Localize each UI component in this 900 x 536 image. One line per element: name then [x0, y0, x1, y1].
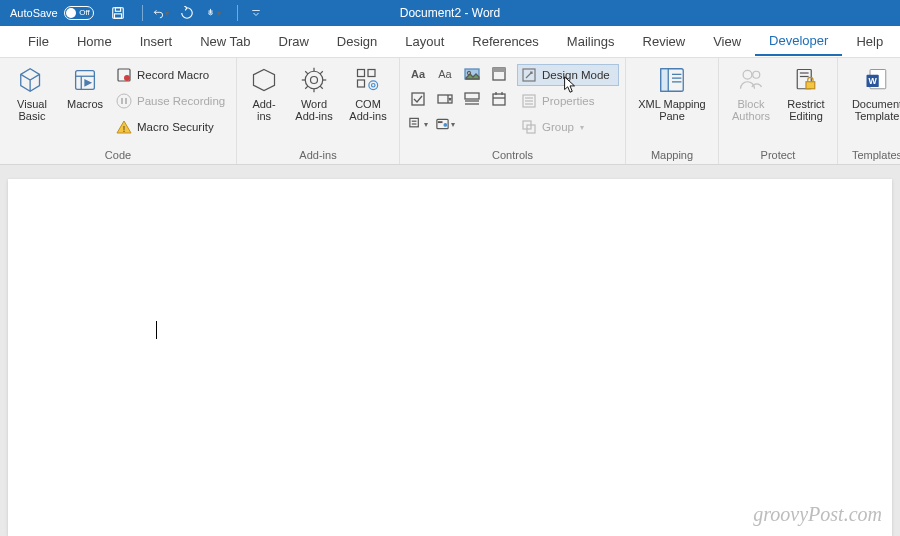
svg-point-30 — [372, 84, 376, 88]
document-template-button[interactable]: W Document Template — [844, 62, 900, 122]
tab-insert[interactable]: Insert — [126, 28, 187, 55]
tab-mailings[interactable]: Mailings — [553, 28, 629, 55]
redo-icon[interactable] — [179, 5, 195, 21]
tab-view[interactable]: View — [699, 28, 755, 55]
controls-stack: Design Mode Properties Group ▾ — [517, 62, 619, 138]
tab-developer[interactable]: Developer — [755, 27, 842, 56]
svg-text:W: W — [868, 76, 877, 86]
autosave-control[interactable]: AutoSave Off — [0, 6, 94, 20]
tab-layout[interactable]: Layout — [391, 28, 458, 55]
combobox-control-icon[interactable] — [435, 89, 455, 109]
tab-draw[interactable]: Draw — [265, 28, 323, 55]
svg-rect-2 — [114, 14, 121, 18]
macro-security-icon: ! — [116, 119, 132, 135]
svg-line-22 — [305, 71, 308, 74]
svg-rect-59 — [661, 69, 669, 92]
macros-button[interactable]: Macros — [62, 62, 108, 110]
group-protect: Block Authors Restrict Editing Protect — [719, 58, 838, 164]
save-icon[interactable] — [110, 5, 126, 21]
restrict-editing-icon — [790, 64, 822, 96]
svg-marker-15 — [254, 70, 275, 91]
document-title: Document2 - Word — [400, 6, 500, 20]
macros-icon — [69, 64, 101, 96]
document-area: groovyPost.com — [0, 165, 900, 536]
svg-point-63 — [743, 70, 752, 79]
macro-security-label: Macro Security — [137, 121, 214, 133]
visual-basic-label: Visual Basic — [17, 98, 47, 122]
svg-point-50 — [443, 123, 447, 127]
watermark-text: groovyPost.com — [753, 503, 882, 526]
block-authors-icon — [735, 64, 767, 96]
code-stack: Record Macro Pause Recording ! Macro Sec… — [112, 62, 230, 138]
controls-grid: Aa Aa ▾ ▾ — [406, 62, 513, 138]
buildingblock-control-icon[interactable] — [489, 64, 509, 84]
svg-marker-7 — [85, 80, 91, 86]
group-controls-label: Controls — [406, 147, 619, 164]
macros-label: Macros — [67, 98, 103, 110]
group-code: Visual Basic Macros Record Macro — [0, 58, 237, 164]
svg-text:!: ! — [123, 124, 126, 134]
addins-button[interactable]: Add- ins — [243, 62, 285, 122]
svg-point-17 — [311, 77, 318, 84]
dropdown-control-icon[interactable] — [462, 89, 482, 109]
legacy-tools-icon[interactable]: ▾ — [435, 114, 455, 134]
ribbon-tabs: File Home Insert New Tab Draw Design Lay… — [0, 26, 900, 58]
tab-review[interactable]: Review — [629, 28, 700, 55]
svg-line-25 — [320, 71, 323, 74]
group-mapping: XML Mapping Pane Mapping — [626, 58, 719, 164]
richtext-control-icon[interactable]: Aa — [408, 64, 428, 84]
title-bar: AutoSave Off ▾ ▾ Document2 - Word — [0, 0, 900, 26]
picture-control-icon[interactable] — [462, 64, 482, 84]
svg-point-9 — [124, 75, 130, 81]
visual-basic-button[interactable]: Visual Basic — [6, 62, 58, 122]
autosave-toggle[interactable]: Off — [64, 6, 94, 20]
svg-rect-45 — [410, 118, 418, 126]
repeating-control-icon[interactable]: ▾ — [408, 114, 428, 134]
design-mode-icon — [521, 67, 537, 83]
pause-recording-button: Pause Recording — [112, 90, 230, 112]
svg-rect-12 — [125, 98, 127, 104]
checkbox-control-icon[interactable] — [408, 89, 428, 109]
svg-point-64 — [753, 71, 760, 78]
svg-point-10 — [117, 94, 131, 108]
text-cursor — [156, 321, 157, 339]
group-icon — [521, 119, 537, 135]
plaintext-control-icon[interactable]: Aa — [435, 64, 455, 84]
toggle-knob — [66, 8, 76, 18]
tab-design[interactable]: Design — [323, 28, 391, 55]
qat-divider — [142, 5, 143, 21]
record-macro-icon — [116, 67, 132, 83]
ribbon: Visual Basic Macros Record Macro — [0, 58, 900, 165]
xml-mapping-button[interactable]: XML Mapping Pane — [632, 62, 712, 122]
block-authors-label: Block Authors — [732, 98, 770, 122]
touch-mode-icon[interactable]: ▾ — [205, 5, 221, 21]
document-page[interactable] — [8, 179, 892, 536]
tab-file[interactable]: File — [14, 28, 63, 55]
group-mapping-label: Mapping — [632, 147, 712, 164]
restrict-editing-button[interactable]: Restrict Editing — [781, 62, 831, 122]
com-addins-button[interactable]: COM Add-ins — [343, 62, 393, 122]
autosave-state: Off — [79, 8, 90, 17]
properties-icon — [521, 93, 537, 109]
properties-label: Properties — [542, 95, 594, 107]
tab-references[interactable]: References — [458, 28, 552, 55]
customize-qat-icon[interactable] — [248, 5, 264, 21]
undo-icon[interactable]: ▾ — [153, 5, 169, 21]
tab-home[interactable]: Home — [63, 28, 126, 55]
record-macro-button[interactable]: Record Macro — [112, 64, 230, 86]
group-templates-label: Templates — [844, 147, 900, 164]
group-addins: Add- ins Word Add-ins COM Add-ins Add-in… — [237, 58, 400, 164]
svg-rect-35 — [412, 93, 424, 105]
svg-rect-49 — [438, 121, 443, 123]
mouse-cursor-icon — [563, 76, 577, 94]
datepicker-control-icon[interactable] — [489, 89, 509, 109]
document-template-label: Document Template — [852, 98, 900, 122]
macro-security-button[interactable]: ! Macro Security — [112, 116, 230, 138]
tab-help[interactable]: Help — [842, 28, 897, 55]
tab-newtab[interactable]: New Tab — [186, 28, 264, 55]
word-addins-button[interactable]: Word Add-ins — [289, 62, 339, 122]
svg-line-23 — [320, 86, 323, 89]
xml-mapping-label: XML Mapping Pane — [638, 98, 705, 122]
restrict-editing-label: Restrict Editing — [787, 98, 824, 122]
group-controls: Aa Aa ▾ ▾ Design Mode — [400, 58, 626, 164]
